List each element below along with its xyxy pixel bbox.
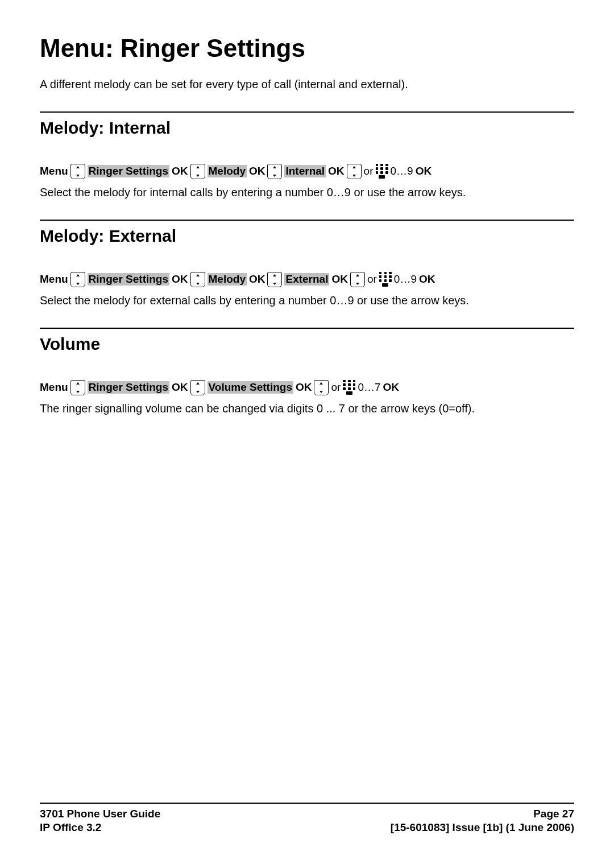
label-or: or bbox=[364, 165, 374, 178]
arrow-key-icon bbox=[190, 380, 205, 395]
digit-range: 0…7 bbox=[358, 381, 380, 394]
nav-path-volume: Menu Ringer Settings OK Volume Settings … bbox=[40, 380, 574, 395]
intro-text: A different melody can be set for every … bbox=[40, 78, 574, 91]
nav-path-external: Menu Ringer Settings OK Melody OK Extern… bbox=[40, 272, 574, 287]
keypad-icon bbox=[376, 164, 388, 179]
page-title: Menu: Ringer Settings bbox=[40, 34, 574, 63]
label-or: or bbox=[367, 273, 377, 286]
label-ok: OK bbox=[249, 273, 265, 286]
label-ok: OK bbox=[172, 165, 188, 178]
label-ok: OK bbox=[172, 381, 188, 394]
footer-page-number: Page 27 bbox=[391, 807, 574, 821]
arrow-key-icon bbox=[70, 272, 85, 287]
digit-range: 0…9 bbox=[394, 273, 417, 286]
label-ok: OK bbox=[328, 165, 345, 178]
arrow-key-icon bbox=[190, 164, 205, 179]
section-title-volume: Volume bbox=[40, 334, 574, 354]
label-menu: Menu bbox=[40, 381, 68, 394]
section-melody-external: Melody: External Menu Ringer Settings OK… bbox=[40, 220, 574, 307]
section-title-external: Melody: External bbox=[40, 226, 574, 246]
label-ok: OK bbox=[296, 381, 312, 394]
section-divider bbox=[40, 220, 574, 221]
arrow-key-icon bbox=[314, 380, 329, 395]
page-footer: 3701 Phone User Guide IP Office 3.2 Page… bbox=[40, 803, 574, 835]
section-volume: Volume Menu Ringer Settings OK Volume Se… bbox=[40, 328, 574, 415]
menu-item-melody: Melody bbox=[208, 165, 247, 178]
label-ok: OK bbox=[249, 165, 265, 178]
menu-item-ringer-settings: Ringer Settings bbox=[88, 165, 169, 178]
section-body-internal: Select the melody for internal calls by … bbox=[40, 186, 574, 199]
menu-item-ringer-settings: Ringer Settings bbox=[88, 381, 169, 394]
label-or: or bbox=[331, 381, 341, 394]
section-melody-internal: Melody: Internal Menu Ringer Settings OK… bbox=[40, 111, 574, 199]
menu-item-ringer-settings: Ringer Settings bbox=[88, 273, 169, 286]
arrow-key-icon bbox=[267, 164, 282, 179]
menu-item-melody: Melody bbox=[208, 273, 247, 286]
label-ok: OK bbox=[383, 381, 400, 394]
page-content: Menu: Ringer Settings A different melody… bbox=[0, 0, 614, 415]
label-menu: Menu bbox=[40, 165, 68, 178]
footer-issue: [15-601083] Issue [1b] (1 June 2006) bbox=[391, 821, 574, 835]
menu-item-volume-settings: Volume Settings bbox=[208, 381, 293, 394]
footer-doc-title: 3701 Phone User Guide bbox=[40, 807, 160, 821]
arrow-key-icon bbox=[190, 272, 205, 287]
nav-path-internal: Menu Ringer Settings OK Melody OK Intern… bbox=[40, 164, 574, 179]
keypad-icon bbox=[379, 272, 392, 287]
label-ok: OK bbox=[416, 165, 432, 178]
arrow-key-icon bbox=[70, 164, 85, 179]
section-title-internal: Melody: Internal bbox=[40, 118, 574, 138]
label-ok: OK bbox=[172, 273, 188, 286]
section-divider bbox=[40, 328, 574, 329]
section-divider bbox=[40, 111, 574, 113]
label-menu: Menu bbox=[40, 273, 68, 286]
arrow-key-icon bbox=[347, 164, 362, 179]
arrow-key-icon bbox=[350, 272, 365, 287]
section-body-volume: The ringer signalling volume can be chan… bbox=[40, 402, 574, 415]
menu-item-external: External bbox=[284, 273, 329, 286]
keypad-icon bbox=[343, 380, 355, 395]
arrow-key-icon bbox=[70, 380, 85, 395]
label-ok: OK bbox=[331, 273, 348, 286]
digit-range: 0…9 bbox=[391, 165, 413, 178]
footer-product: IP Office 3.2 bbox=[40, 821, 160, 835]
menu-item-internal: Internal bbox=[284, 165, 326, 178]
section-body-external: Select the melody for external calls by … bbox=[40, 294, 574, 307]
label-ok: OK bbox=[419, 273, 435, 286]
arrow-key-icon bbox=[267, 272, 282, 287]
footer-divider bbox=[40, 803, 574, 804]
